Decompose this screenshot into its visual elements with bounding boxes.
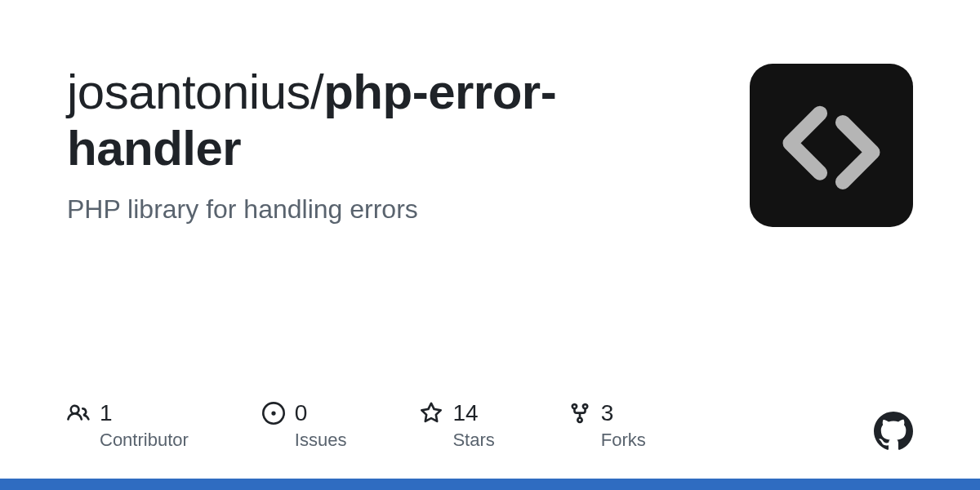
stat-issues[interactable]: 0 Issues <box>262 400 347 451</box>
stat-label: Stars <box>452 430 494 451</box>
stat-forks[interactable]: 3 Forks <box>568 400 646 451</box>
repo-info: josantonius/php-error-handler PHP librar… <box>67 64 704 225</box>
stat-value: 1 <box>100 400 113 426</box>
stat-value: 14 <box>452 400 478 426</box>
bottom-border <box>0 479 980 490</box>
github-logo-icon[interactable] <box>874 412 913 451</box>
star-icon <box>420 402 443 425</box>
separator: / <box>310 65 323 119</box>
stat-value: 0 <box>295 400 308 426</box>
stat-value: 3 <box>601 400 614 426</box>
stat-label: Contributor <box>100 430 189 451</box>
repo-avatar <box>750 64 913 227</box>
stat-contributors[interactable]: 1 Contributor <box>67 400 189 451</box>
stat-label: Forks <box>601 430 646 451</box>
repo-title[interactable]: josantonius/php-error-handler <box>67 64 704 176</box>
code-brackets-icon <box>774 88 889 203</box>
issue-icon <box>262 402 285 425</box>
stat-stars[interactable]: 14 Stars <box>420 400 494 451</box>
fork-icon <box>568 402 591 425</box>
stat-label: Issues <box>295 430 347 451</box>
repo-card: josantonius/php-error-handler PHP librar… <box>0 0 980 227</box>
stats-list: 1 Contributor 0 Issues 14 Stars <box>67 400 646 451</box>
people-icon <box>67 402 90 425</box>
repo-owner[interactable]: josantonius <box>67 65 310 119</box>
repo-description: PHP library for handling errors <box>67 194 704 225</box>
stats-bar: 1 Contributor 0 Issues 14 Stars <box>67 400 913 451</box>
